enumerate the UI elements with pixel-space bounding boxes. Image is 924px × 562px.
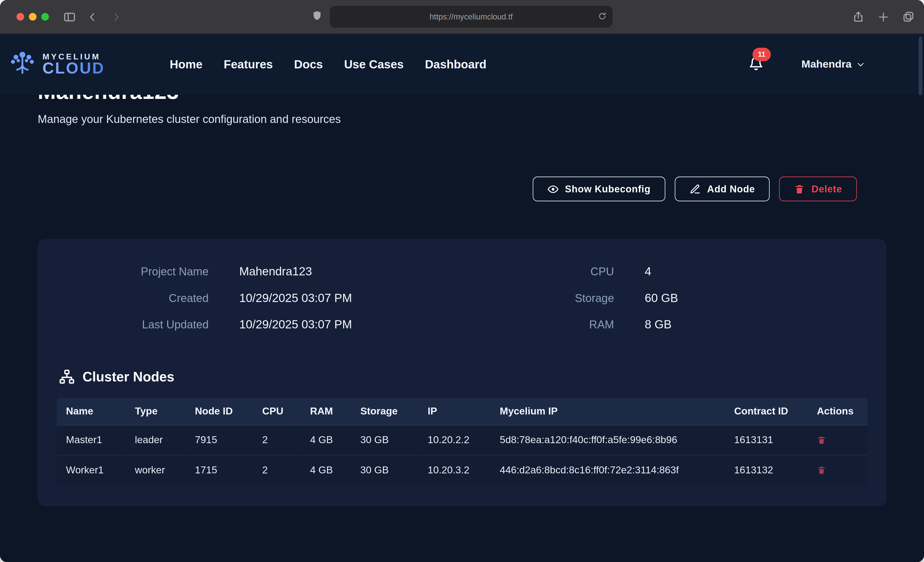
- cluster-details-card: Project Name Mahendra123 Created 10/29/2…: [38, 239, 886, 506]
- sidebar-toggle-icon[interactable]: [63, 10, 76, 23]
- cluster-nodes-heading: Cluster Nodes: [59, 369, 868, 385]
- cluster-nodes-table: Name Type Node ID CPU RAM Storage IP Myc…: [57, 398, 868, 485]
- show-kubeconfig-button[interactable]: Show Kubeconfig: [532, 176, 665, 201]
- reload-icon[interactable]: [598, 12, 606, 22]
- col-mycelium-ip: Mycelium IP: [490, 398, 725, 425]
- col-type: Type: [125, 398, 185, 425]
- nav-item-home[interactable]: Home: [170, 58, 202, 71]
- stat-ram: RAM 8 GB: [462, 318, 868, 344]
- nav-item-features[interactable]: Features: [224, 58, 273, 71]
- delete-cluster-button[interactable]: Delete: [779, 176, 857, 201]
- col-node-id: Node ID: [185, 398, 253, 425]
- user-menu[interactable]: Mahendra: [801, 58, 865, 70]
- tab-overview-icon[interactable]: [902, 10, 915, 23]
- col-cpu: CPU: [253, 398, 301, 425]
- col-storage: Storage: [351, 398, 418, 425]
- nav-item-docs[interactable]: Docs: [294, 58, 323, 71]
- delete-node-button[interactable]: [817, 465, 826, 475]
- nav-item-dashboard[interactable]: Dashboard: [425, 58, 486, 71]
- col-ip: IP: [418, 398, 490, 425]
- notification-badge: 11: [752, 47, 771, 61]
- dashboard-content: Mahendra123 Manage your Kubernetes clust…: [0, 79, 924, 506]
- eye-icon: [547, 184, 558, 195]
- address-bar[interactable]: https://myceliumcloud.tf: [330, 6, 613, 28]
- trash-icon: [817, 435, 826, 445]
- notifications-button[interactable]: 11: [748, 55, 764, 73]
- col-actions: Actions: [807, 398, 867, 425]
- cluster-stats: Project Name Mahendra123 Created 10/29/2…: [57, 265, 868, 344]
- main-nav: Home Features Docs Use Cases Dashboard: [170, 58, 486, 71]
- pencil-icon: [689, 184, 700, 195]
- privacy-shield-icon[interactable]: [311, 9, 322, 24]
- nav-item-use-cases[interactable]: Use Cases: [344, 58, 404, 71]
- page-scrollbar[interactable]: [919, 36, 922, 95]
- site-logo[interactable]: MYCELIUM CLOUD: [8, 49, 105, 80]
- browser-toolbar: https://myceliumcloud.tf: [0, 0, 924, 34]
- stat-project-name: Project Name Mahendra123: [57, 265, 462, 291]
- table-row: Worker1 worker 1715 2 4 GB 30 GB 10.20.3…: [57, 455, 868, 485]
- site-header: MYCELIUM CLOUD Home Features Docs Use Ca…: [0, 34, 924, 95]
- delete-node-button[interactable]: [817, 435, 826, 445]
- stats-left-column: Project Name Mahendra123 Created 10/29/2…: [57, 265, 462, 344]
- url-text: https://myceliumcloud.tf: [429, 12, 513, 21]
- browser-window: https://myceliumcloud.tf: [0, 0, 924, 562]
- trash-icon: [794, 184, 805, 195]
- forward-button[interactable]: [110, 11, 122, 23]
- logo-word-cloud: CLOUD: [42, 61, 105, 76]
- chevron-down-icon: [856, 60, 865, 69]
- back-button[interactable]: [87, 11, 99, 23]
- stats-right-column: CPU 4 Storage 60 GB RAM 8 GB: [462, 265, 868, 344]
- page-subtitle: Manage your Kubernetes cluster configura…: [38, 113, 886, 126]
- trash-icon: [817, 465, 826, 475]
- stat-cpu: CPU 4: [462, 265, 868, 291]
- stat-storage: Storage 60 GB: [462, 291, 868, 318]
- table-header-row: Name Type Node ID CPU RAM Storage IP Myc…: [57, 398, 868, 425]
- page-body: MYCELIUM CLOUD Home Features Docs Use Ca…: [0, 34, 924, 562]
- col-ram: RAM: [301, 398, 351, 425]
- add-node-button[interactable]: Add Node: [675, 176, 770, 201]
- cluster-hierarchy-icon: [59, 369, 75, 385]
- user-name: Mahendra: [801, 58, 851, 70]
- minimize-window-button[interactable]: [29, 13, 37, 21]
- table-row: Master1 leader 7915 2 4 GB 30 GB 10.20.2…: [57, 425, 868, 455]
- traffic-lights: [16, 13, 49, 21]
- cluster-actions: Show Kubeconfig Add Node Delete: [38, 176, 886, 201]
- col-name: Name: [57, 398, 126, 425]
- zoom-window-button[interactable]: [41, 13, 49, 21]
- share-icon[interactable]: [852, 10, 864, 23]
- new-tab-icon[interactable]: [878, 11, 890, 23]
- col-contract-id: Contract ID: [725, 398, 807, 425]
- mycelium-logo-icon: [8, 49, 36, 80]
- close-window-button[interactable]: [16, 13, 24, 21]
- stat-last-updated: Last Updated 10/29/2025 03:07 PM: [57, 318, 462, 344]
- stat-created: Created 10/29/2025 03:07 PM: [57, 291, 462, 318]
